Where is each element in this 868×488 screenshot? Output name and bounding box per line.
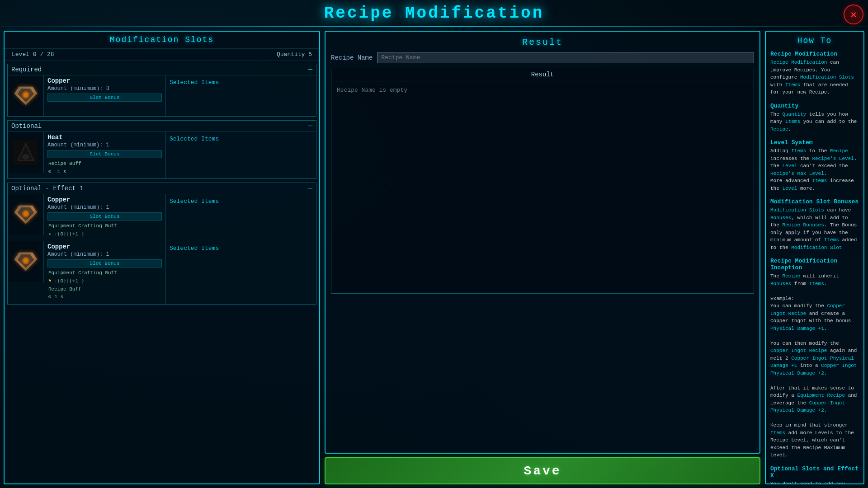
copper-amount-2: Amount (minimum): 1 [47,204,162,211]
quantity-stat: Quantity 5 [277,51,312,58]
how-to-optional-slots: Optional Slots and Effect X You don't ne… [770,465,859,485]
required-section: Required — [7,64,316,117]
svg-point-18 [24,258,28,263]
how-to-quantity-title: Quantity [770,103,859,109]
selected-items-label-2: Selected Items [170,136,219,142]
how-to-quantity-text: The Quantity tells you how many Items yo… [770,111,859,133]
required-header: Required — [8,64,316,75]
how-to-level-title: Level System [770,139,859,146]
effect1-row-1: Copper Amount (minimum): 1 Slot Bonus Eq… [8,194,316,241]
result-title: Result [331,37,754,47]
optional-minimize[interactable]: — [308,122,312,130]
middle-panel: Result Recipe Name Result Recipe Name is… [325,31,760,484]
selected-items-label-1: Selected Items [170,79,219,86]
optional-effect1-minimize[interactable]: — [308,185,312,192]
how-to-inception-title: Recipe Modification Inception [770,258,859,271]
copper-bonus-content-3: Equipment Crafting Buff⚑ :{O}|{+1 }Recip… [47,268,162,302]
how-to-slot-bonuses: Modification Slot Bonuses Modification S… [770,198,859,251]
copper-icon-1 [8,75,44,116]
optional-effect1-section: Optional - Effect 1 — [7,183,316,305]
how-to-slot-bonuses-title: Modification Slot Bonuses [770,198,859,205]
optional-section: Optional — Heat Amount (minim [7,120,316,179]
copper-selected-2: Selected Items [166,194,316,241]
svg-point-8 [22,154,29,160]
required-row-1: Copper Amount (minimum): 3 Slot Bonus Se… [8,75,316,116]
copper-info-3: Copper Amount (minimum): 1 Slot Bonus Eq… [44,241,166,304]
heat-selected-1: Selected Items [166,132,316,178]
optional-effect1-header: Optional - Effect 1 — [8,183,316,194]
result-box-header: Result [331,68,754,81]
copper-name-3: Copper [47,243,162,250]
panel-stats: Level 0 / 28 Quantity 5 [5,48,319,61]
copper-bonus-label-3: Slot Bonus [47,259,162,267]
optional-effect1-label: Optional - Effect 1 [11,185,84,192]
how-to-level-text: Adding Items to the Recipe increases the… [770,147,859,192]
selected-items-label-3: Selected Items [170,198,219,205]
copper-icon-3 [8,241,44,282]
effect1-row-2: Copper Amount (minimum): 1 Slot Bonus Eq… [8,241,316,304]
heat-amount-1: Amount (minimum): 1 [47,142,162,148]
copper-selected-1: Selected Items [166,75,316,116]
how-to-recipe-mod-text: Recipe Modification can improve Recipes.… [770,59,859,96]
page-title: Recipe Modification [324,4,544,23]
copper-info-2: Copper Amount (minimum): 1 Slot Bonus Eq… [44,194,166,241]
required-label: Required [11,66,42,73]
how-to-level: Level System Adding Items to the Recipe … [770,139,859,192]
title-bar: Recipe Modification [0,0,868,27]
result-box: Result Recipe Name is empty [331,68,754,294]
copper-selected-3: Selected Items [166,241,316,304]
copper-info-1: Copper Amount (minimum): 3 Slot Bonus [44,75,166,116]
heat-bonus-label-1: Slot Bonus [47,150,162,158]
copper-name-2: Copper [47,196,162,203]
close-button[interactable]: ✕ [844,5,863,24]
how-to-optional-slots-text: You don't need to add any Items to optio… [770,480,859,485]
slots-container: Required — [5,61,319,483]
result-empty-message: Recipe Name is empty [331,81,754,99]
selected-items-label-4: Selected Items [170,245,219,252]
how-to-recipe-mod-title: Recipe Modification [770,51,859,57]
how-to-inception-text: The Recipe will inherit Bonuses from Ite… [770,272,859,459]
copper-amount-3: Amount (minimum): 1 [47,251,162,258]
save-button[interactable]: Save [325,457,760,484]
how-to-quantity: Quantity The Quantity tells you how many… [770,103,859,133]
mod-slots-header: Modification Slots [5,32,319,48]
optional-header: Optional — [8,121,316,132]
copper-bonus-content-2: Equipment Crafting Buff✦ :{O}|{+1 } [47,221,162,239]
copper-svg-2 [12,201,39,228]
copper-icon-2 [8,194,44,235]
heat-svg [13,140,38,165]
heat-icon-1 [8,132,44,173]
how-to-slot-bonuses-text: Modification Slots can have Bonuses, whi… [770,206,859,251]
copper-bonus-label-2: Slot Bonus [47,212,162,221]
recipe-name-input[interactable] [377,52,754,63]
how-to-recipe-mod: Recipe Modification Recipe Modification … [770,51,859,96]
copper-bonus-label-1: Slot Bonus [47,94,162,102]
modification-slots-panel: Modification Slots Level 0 / 28 Quantity… [4,31,320,484]
optional-row-1: Heat Amount (minimum): 1 Slot Bonus Reci… [8,132,316,178]
recipe-name-row: Recipe Name [331,52,754,63]
copper-name-1: Copper [47,77,162,84]
copper-amount-1: Amount (minimum): 3 [47,85,162,92]
result-panel: Result Recipe Name Result Recipe Name is… [325,31,760,454]
heat-info-1: Heat Amount (minimum): 1 Slot Bonus Reci… [44,132,166,178]
svg-point-13 [24,211,28,216]
heat-bonus-content-1: Recipe Buff⊙ -1 s [47,159,162,177]
how-to-optional-slots-title: Optional Slots and Effect X [770,465,859,479]
copper-svg-3 [12,248,39,275]
required-minimize[interactable]: — [308,66,312,73]
how-to-panel: How To Recipe Modification Recipe Modifi… [765,31,864,484]
level-stat: Level 0 / 28 [12,51,54,58]
how-to-inception: Recipe Modification Inception The Recipe… [770,258,859,459]
svg-point-4 [24,93,28,97]
main-layout: Modification Slots Level 0 / 28 Quantity… [4,31,864,484]
heat-name-1: Heat [47,134,162,141]
optional-label: Optional [11,122,42,130]
how-to-title: How To [770,36,859,45]
recipe-name-label: Recipe Name [331,54,373,61]
copper-svg-1 [12,82,39,109]
